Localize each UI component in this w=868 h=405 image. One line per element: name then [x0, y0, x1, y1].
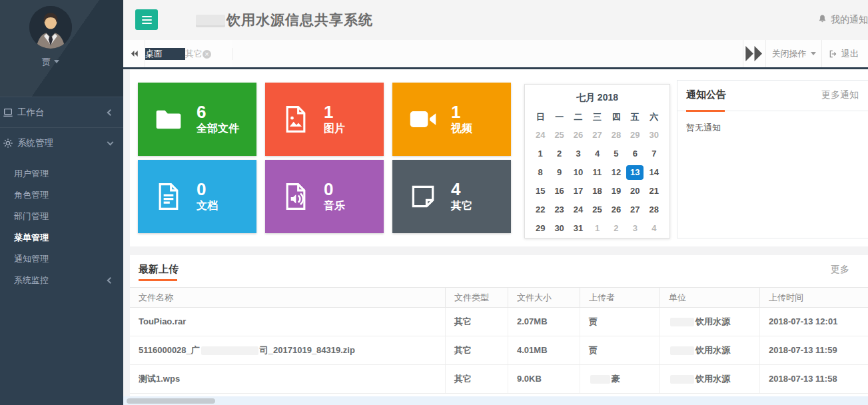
stat-card-documents[interactable]: 0文档: [138, 160, 256, 233]
calendar-day[interactable]: 25: [550, 126, 568, 145]
uploads-panel-header: 最新上传 更多: [130, 255, 868, 287]
calendar-day[interactable]: 2: [550, 145, 568, 163]
close-tab-icon[interactable]: ×: [203, 50, 211, 59]
calendar-day[interactable]: 3: [626, 219, 644, 238]
logout-button[interactable]: 退出: [821, 40, 868, 67]
calendar-day[interactable]: 2: [607, 219, 626, 238]
calendar-day[interactable]: 28: [645, 201, 663, 219]
cell-filename[interactable]: 测试1.wps: [130, 365, 445, 393]
sidebar-item-label: 系统监控: [14, 275, 49, 285]
user-menu[interactable]: 贾: [0, 56, 101, 68]
chevron-left-icon: [107, 109, 114, 116]
chevron-down-icon: [107, 139, 114, 145]
cell-unit: 饮用水源: [659, 308, 759, 336]
calendar-day[interactable]: 30: [645, 126, 663, 145]
sidebar-item-user-management[interactable]: 用户管理: [0, 163, 123, 185]
calendar-day[interactable]: 4: [588, 145, 606, 163]
cell-filename[interactable]: 5116000028_广司_20171019_84319.zip: [130, 336, 445, 364]
calendar-day[interactable]: 6: [626, 145, 644, 163]
cell-uploader: 贾: [580, 336, 659, 364]
horizontal-scrollbar-thumb[interactable]: [127, 398, 215, 404]
cell-unit: 饮用水源: [659, 336, 759, 364]
stat-card-music[interactable]: 0音乐: [265, 160, 384, 233]
stat-card-videos[interactable]: 1视频: [392, 83, 511, 156]
calendar-day[interactable]: 21: [645, 182, 663, 201]
table-row[interactable]: TouPiao.rar其它2.07MB贾饮用水源2018-07-13 12:01: [130, 308, 868, 336]
sidebar-item-menu-management[interactable]: 菜单管理: [0, 227, 123, 248]
stat-card-images[interactable]: 1图片: [265, 83, 384, 156]
table-row[interactable]: 测试1.wps其它9.0KB豪饮用水源2018-07-13 11:58: [130, 365, 868, 394]
close-operations-dropdown[interactable]: 关闭操作: [765, 40, 821, 67]
double-chevron-right-icon: [743, 43, 765, 65]
calendar-day[interactable]: 22: [531, 201, 550, 219]
sidebar-item-role-management[interactable]: 角色管理: [0, 185, 123, 206]
calendar-day[interactable]: 24: [569, 201, 588, 219]
table-row[interactable]: 5116000028_广司_20171019_84319.zip其它4.01MB…: [130, 336, 868, 365]
menu-toggle-button[interactable]: [135, 9, 158, 30]
sidebar-item-workbench[interactable]: 工作台: [0, 97, 123, 127]
tabs-scroll-left-button[interactable]: [123, 40, 145, 67]
calendar-day[interactable]: 9: [550, 163, 568, 182]
my-notifications-link[interactable]: 我的通知: [817, 14, 868, 26]
cell-filetype: 其它: [445, 336, 508, 364]
logout-label: 退出: [841, 48, 859, 60]
video-icon: [408, 105, 438, 134]
stat-card-all-files[interactable]: 6全部文件: [138, 83, 256, 156]
calendar-day[interactable]: 27: [626, 201, 644, 219]
calendar-day[interactable]: 1: [531, 145, 550, 163]
notice-panel-header: 通知公告 更多通知: [677, 81, 868, 111]
caret-down-icon: [54, 60, 59, 63]
sidebar-item-department-management[interactable]: 部门管理: [0, 206, 123, 227]
calendar-day[interactable]: 16: [550, 182, 568, 201]
column-header-filetype: 文件类型: [445, 288, 508, 307]
calendar-day[interactable]: 7: [645, 145, 663, 163]
sidebar-item-label: 菜单管理: [14, 232, 49, 242]
more-uploads-link[interactable]: 更多: [831, 264, 849, 276]
calendar-day[interactable]: 3: [569, 145, 588, 163]
tab-other[interactable]: 其它×: [185, 48, 232, 60]
more-notices-link[interactable]: 更多通知: [821, 89, 859, 101]
calendar-day[interactable]: 1: [588, 219, 606, 238]
sidebar-item-system-management[interactable]: 系统管理: [0, 127, 123, 158]
cell-filesize: 4.01MB: [508, 336, 580, 364]
calendar-day[interactable]: 11: [588, 163, 606, 182]
tab-desktop[interactable]: 桌面: [145, 48, 185, 60]
sidebar-item-system-monitoring[interactable]: 系统监控: [0, 270, 123, 291]
gear-icon: [3, 138, 13, 149]
calendar-day[interactable]: 15: [531, 182, 550, 201]
calendar-day[interactable]: 17: [569, 182, 588, 201]
stat-card-others[interactable]: 4其它: [392, 160, 511, 233]
tabs-scroll-right-button[interactable]: [743, 40, 765, 67]
calendar-day[interactable]: 29: [531, 219, 550, 238]
calendar-day[interactable]: 20: [626, 182, 644, 201]
uploads-table-header: 文件名称文件类型文件大小上传者单位上传时间: [130, 287, 868, 308]
cell-filename[interactable]: TouPiao.rar: [130, 308, 445, 336]
calendar-day-selected[interactable]: 13: [626, 163, 644, 182]
calendar-day[interactable]: 12: [607, 163, 626, 182]
calendar-day[interactable]: 19: [607, 182, 626, 201]
sidebar-item-notification-management[interactable]: 通知管理: [0, 248, 123, 270]
cell-upload-time: 2018-07-13 12:01: [759, 308, 868, 336]
calendar-day[interactable]: 26: [569, 126, 588, 145]
calendar-day[interactable]: 28: [607, 126, 626, 145]
music-icon: [281, 182, 310, 211]
calendar-day[interactable]: 26: [607, 201, 626, 219]
top-header: 饮用水源信息共享系统 我的通知: [123, 0, 868, 40]
calendar-day[interactable]: 24: [531, 126, 550, 145]
notice-empty-text: 暂无通知: [677, 111, 868, 145]
calendar-day[interactable]: 27: [588, 126, 606, 145]
calendar-day[interactable]: 23: [550, 201, 568, 219]
cell-uploader: 贾: [580, 308, 659, 336]
calendar-day[interactable]: 29: [626, 126, 644, 145]
calendar-day[interactable]: 25: [588, 201, 606, 219]
calendar-day[interactable]: 18: [588, 182, 606, 201]
sidebar-item-label: 工作台: [17, 107, 45, 117]
calendar-day[interactable]: 4: [645, 219, 663, 238]
sidebar-item-label: 通知管理: [14, 254, 49, 264]
calendar-day[interactable]: 31: [569, 219, 588, 238]
calendar-day[interactable]: 10: [569, 163, 588, 182]
calendar-day[interactable]: 5: [607, 145, 626, 163]
calendar-day[interactable]: 30: [550, 219, 568, 238]
calendar-day[interactable]: 8: [531, 163, 550, 182]
calendar-day[interactable]: 14: [645, 163, 663, 182]
